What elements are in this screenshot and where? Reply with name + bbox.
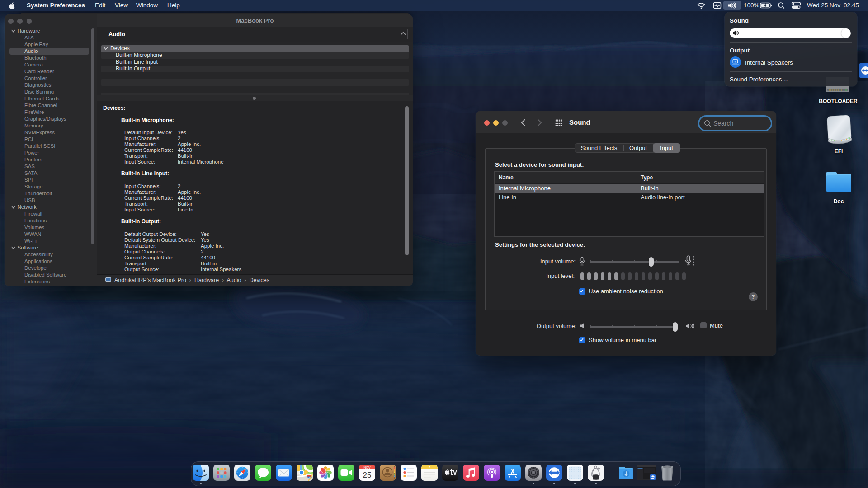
svg-text:25: 25 bbox=[363, 471, 372, 479]
svg-text:NOV: NOV bbox=[363, 466, 371, 469]
